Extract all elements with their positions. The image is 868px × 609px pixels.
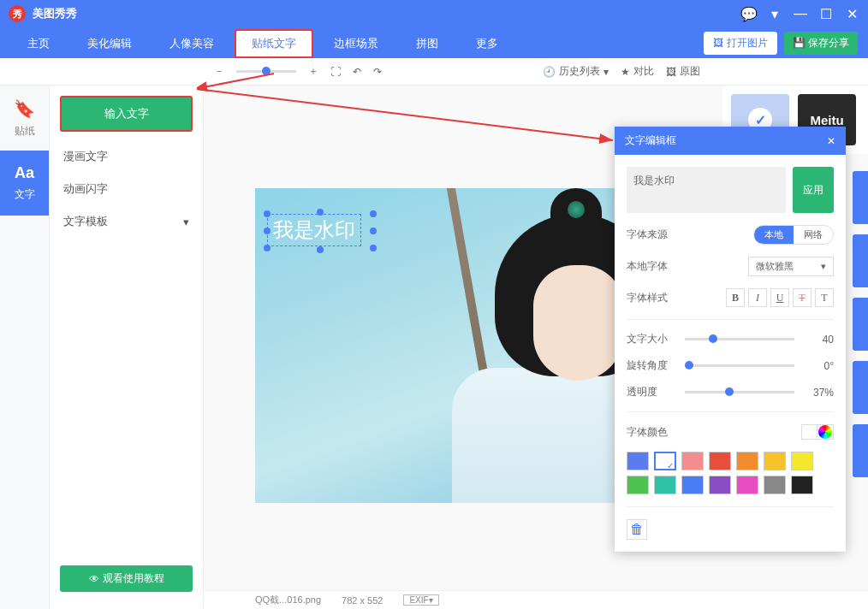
panel-item-text-template[interactable]: 文字模板 ▾ <box>50 205 203 238</box>
color-swatch[interactable] <box>681 452 704 470</box>
font-selected-label: 微软雅黑 <box>756 260 794 273</box>
tutorial-label: 观看使用教程 <box>103 571 164 586</box>
font-size-label: 文字大小 <box>627 332 673 346</box>
color-swatch[interactable] <box>764 452 786 470</box>
color-swatch[interactable] <box>627 476 649 494</box>
color-swatch[interactable] <box>709 476 731 494</box>
left-rail: 🔖 贴纸 Aa 文字 <box>0 86 50 609</box>
zoom-out-button[interactable]: － <box>214 64 224 79</box>
fit-button[interactable]: ⛶ <box>330 66 341 78</box>
open-image-button[interactable]: 🖼 打开图片 <box>704 32 776 55</box>
save-share-button[interactable]: 💾 保存分享 <box>784 32 858 55</box>
toolbar: － ＋ ⛶ ↶ ↷ 🕘 历史列表 ▾ ★ 对比 🖼 原图 <box>0 58 868 86</box>
local-font-label: 本地字体 <box>627 259 673 274</box>
status-dimensions: 782 x 552 <box>342 595 383 606</box>
panel-item-comic-text[interactable]: 漫画文字 <box>50 140 203 173</box>
titlebar: 秀 美图秀秀 💬 ▾ — ☐ ✕ <box>0 0 868 27</box>
color-swatch[interactable] <box>681 476 704 494</box>
font-select[interactable]: 微软雅黑 ▾ <box>748 257 834 276</box>
color-grid <box>627 452 834 494</box>
text-aa-icon: Aa <box>15 164 34 182</box>
style-outline[interactable]: T <box>815 288 834 307</box>
style-bold[interactable]: B <box>726 288 745 307</box>
maximize-button[interactable]: ☐ <box>818 6 834 21</box>
redo-button[interactable]: ↷ <box>373 66 382 78</box>
rotate-label: 旋转角度 <box>627 358 673 373</box>
side-tab-2[interactable] <box>853 234 868 287</box>
color-swatch[interactable] <box>791 452 813 470</box>
text-input[interactable]: 我是水印 <box>627 167 786 213</box>
rotate-slider[interactable] <box>685 364 794 367</box>
original-label: 原图 <box>680 64 700 79</box>
compare-label: 对比 <box>633 64 654 79</box>
apply-button[interactable]: 应用 <box>793 167 834 213</box>
font-style-label: 字体样式 <box>627 291 673 305</box>
tab-collage[interactable]: 拼图 <box>399 29 455 58</box>
close-button[interactable]: ✕ <box>844 6 859 21</box>
input-text-button[interactable]: 输入文字 <box>60 96 193 132</box>
style-strike[interactable]: T <box>793 288 812 307</box>
source-local-pill[interactable]: 本地 <box>754 226 794 244</box>
zoom-slider[interactable] <box>236 70 296 73</box>
tab-more[interactable]: 更多 <box>459 29 515 58</box>
side-tab-4[interactable] <box>853 361 868 414</box>
rail-sticker-label: 贴纸 <box>15 124 35 139</box>
undo-button[interactable]: ↶ <box>353 66 361 78</box>
rail-item-sticker[interactable]: 🔖 贴纸 <box>0 86 49 151</box>
color-swatch[interactable] <box>791 476 813 494</box>
side-tab-5[interactable] <box>853 424 868 477</box>
minimize-button[interactable]: — <box>793 6 808 21</box>
dropdown-icon[interactable]: ▾ <box>767 6 782 21</box>
text-editor-panel: 文字编辑框 ✕ 我是水印 应用 字体来源 本地 网络 本地字体 微软雅黑 ▾ 字… <box>615 127 846 552</box>
app-title: 美图秀秀 <box>33 6 77 21</box>
side-tab-3[interactable] <box>853 298 868 351</box>
opacity-slider[interactable] <box>685 391 794 393</box>
panel-item-anim-text[interactable]: 动画闪字 <box>50 173 203 205</box>
history-button[interactable]: 🕘 历史列表 ▾ <box>543 64 609 79</box>
close-icon[interactable]: ✕ <box>827 135 835 147</box>
rotate-value: 0° <box>806 360 834 372</box>
tab-portrait[interactable]: 人像美容 <box>152 29 231 58</box>
tab-beautify[interactable]: 美化编辑 <box>70 29 149 58</box>
editor-title: 文字编辑框 <box>625 133 676 148</box>
color-swatch[interactable] <box>654 452 676 470</box>
side-tabs <box>853 171 868 477</box>
status-bar: QQ截...016.png 782 x 552 EXIF▾ <box>204 590 868 609</box>
font-size-value: 40 <box>806 334 834 346</box>
style-italic[interactable]: I <box>748 288 767 307</box>
chevron-down-icon: ▾ <box>183 216 189 228</box>
rail-item-text[interactable]: Aa 文字 <box>0 151 49 216</box>
color-swatch[interactable] <box>654 476 676 494</box>
tab-sticker-text[interactable]: 贴纸文字 <box>235 29 313 58</box>
color-swatch[interactable] <box>709 452 731 470</box>
color-preview[interactable] <box>801 424 834 440</box>
font-size-slider[interactable] <box>685 338 794 340</box>
color-swatch[interactable] <box>627 452 649 470</box>
delete-button[interactable]: 🗑 <box>627 519 647 540</box>
editor-header[interactable]: 文字编辑框 ✕ <box>615 127 846 155</box>
opacity-value: 37% <box>806 387 834 399</box>
chevron-down-icon: ▾ <box>821 261 826 272</box>
color-swatch[interactable] <box>764 476 786 494</box>
rail-text-label: 文字 <box>15 187 35 202</box>
hue-icon <box>818 425 832 439</box>
color-swatch[interactable] <box>736 452 758 470</box>
left-panel: 输入文字 漫画文字 动画闪字 文字模板 ▾ 👁 观看使用教程 <box>50 86 204 609</box>
exif-button[interactable]: EXIF▾ <box>403 594 438 606</box>
watermark-text-object[interactable]: 我是水印 <box>267 214 361 246</box>
compare-button[interactable]: ★ 对比 <box>621 64 654 79</box>
source-net-pill[interactable]: 网络 <box>794 226 833 244</box>
bookmark-icon: 🔖 <box>14 98 35 119</box>
tutorial-button[interactable]: 👁 观看使用教程 <box>60 565 193 592</box>
style-underline[interactable]: U <box>770 288 789 307</box>
font-source-label: 字体来源 <box>627 228 673 242</box>
original-button[interactable]: 🖼 原图 <box>666 64 700 79</box>
tab-home[interactable]: 主页 <box>10 29 67 58</box>
chat-icon[interactable]: 💬 <box>741 6 757 21</box>
tab-border[interactable]: 边框场景 <box>317 29 395 58</box>
font-source-toggle: 本地 网络 <box>753 225 834 245</box>
color-swatch[interactable] <box>736 476 758 494</box>
zoom-in-button[interactable]: ＋ <box>308 64 318 79</box>
side-tab-1[interactable] <box>853 171 868 224</box>
main-tabs: 主页 美化编辑 人像美容 贴纸文字 边框场景 拼图 更多 🖼 打开图片 💾 保存… <box>0 27 868 58</box>
